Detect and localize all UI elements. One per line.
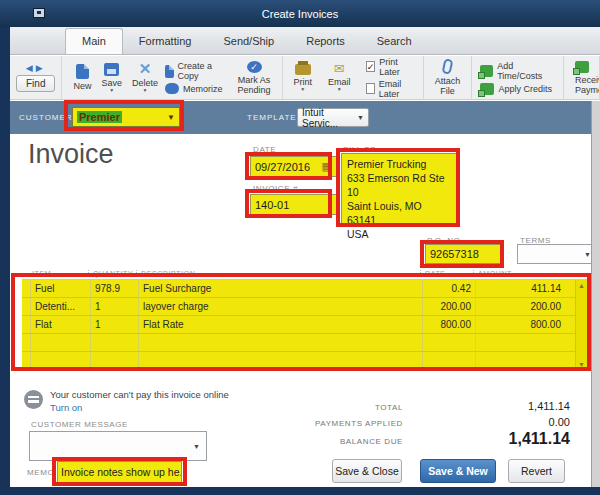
email-later-checkbox[interactable]: Email Later <box>364 78 417 100</box>
calendar-icon[interactable]: ▦ <box>322 160 332 173</box>
mark-as-pending-button[interactable]: ✓ Mark As Pending <box>233 60 276 96</box>
customer-job-dropdown-icon[interactable]: ▼ <box>167 113 175 122</box>
quantity-cell[interactable]: 1 <box>90 298 138 315</box>
po-number-field[interactable]: 92657318 <box>425 244 503 264</box>
terms-dropdown[interactable]: ▼ <box>517 244 596 264</box>
tab-formatting[interactable]: Formatting <box>123 29 208 54</box>
table-row[interactable]: Fuel 978.9 Fuel Surcharge 0.42 411.14 <box>22 280 587 298</box>
customer-job-field[interactable]: Premier ▼ <box>72 107 180 127</box>
table-row-empty[interactable] <box>22 334 587 352</box>
back-arrow-icon[interactable]: ◀ <box>26 63 36 73</box>
table-row[interactable]: Detenti... 1 layover charge 200.00 200.0… <box>22 298 587 316</box>
item-cell[interactable]: Detenti... <box>30 298 90 315</box>
column-header-description[interactable]: DESCRIPTION <box>136 270 420 277</box>
add-time-costs-icon <box>480 65 493 77</box>
balance-due-value: 1,411.14 <box>403 430 570 448</box>
template-dropdown-icon[interactable]: ▼ <box>357 114 364 121</box>
tab-reports[interactable]: Reports <box>290 29 361 54</box>
add-time-costs-button[interactable]: Add Time/Costs <box>478 60 557 82</box>
main-toolbar: ◀▶ Find New Save ▼ ✕ Delete ▼ <box>10 56 600 100</box>
table-row-empty[interactable] <box>22 352 587 370</box>
description-cell[interactable]: Flat Rate <box>138 316 422 333</box>
save-dropdown-icon[interactable]: ▼ <box>109 88 114 93</box>
online-payment-notice: Your customer can't pay this invoice onl… <box>50 389 229 400</box>
customer-job-value: Premier <box>77 111 122 123</box>
print-button[interactable]: Print ▼ <box>289 63 318 93</box>
column-header-item[interactable]: ITEM <box>28 270 88 277</box>
save-and-close-button[interactable]: Save & Close <box>332 459 402 483</box>
email-button[interactable]: ✉ Email ▼ <box>323 62 356 93</box>
amount-cell[interactable]: 800.00 <box>475 316 565 333</box>
template-dropdown[interactable]: Intuit Servic... ▼ <box>297 108 369 127</box>
description-cell[interactable]: Fuel Surcharge <box>138 280 422 297</box>
turn-on-link[interactable]: Turn on <box>50 402 82 413</box>
attach-file-button[interactable]: Attach File <box>430 58 466 97</box>
print-dropdown-icon[interactable]: ▼ <box>300 87 305 92</box>
date-value: 09/27/2016 <box>255 161 310 173</box>
line-items-table: ITEM QUANTITY DESCRIPTION RATE AMOUNT Fu… <box>22 266 587 370</box>
form-vertical-scrollbar[interactable] <box>591 101 600 487</box>
invoice-heading: Invoice <box>28 139 114 170</box>
save-button[interactable]: Save ▼ <box>96 62 127 94</box>
balance-due-row: BALANCE DUE 1,411.14 <box>210 430 570 448</box>
apply-credits-button[interactable]: Apply Credits <box>478 82 557 96</box>
delete-button[interactable]: ✕ Delete ▼ <box>127 61 163 94</box>
new-document-icon <box>76 64 89 79</box>
memo-field[interactable]: Invoice notes show up he... <box>57 461 182 483</box>
item-cell[interactable]: Fuel <box>30 280 90 297</box>
customer-message-dropdown[interactable]: ▼ <box>29 431 207 461</box>
rate-cell[interactable]: 800.00 <box>422 316 475 333</box>
receive-payments-icon <box>575 61 589 73</box>
table-scrollbar[interactable]: ▲ ▼ <box>575 280 587 370</box>
template-value: Intuit Servic... <box>302 107 357 129</box>
email-later-checkbox-box[interactable] <box>366 83 375 94</box>
invoice-number-label: INVOICE # <box>253 184 298 193</box>
memorize-button[interactable]: Memorize <box>163 82 225 95</box>
scroll-up-icon[interactable]: ▲ <box>578 282 585 289</box>
new-button[interactable]: New <box>68 63 96 92</box>
forward-arrow-icon[interactable]: ▶ <box>36 63 46 73</box>
history-arrows[interactable]: ◀▶ <box>26 63 46 73</box>
bill-to-line-1: Premier Trucking <box>347 157 452 171</box>
amount-cell[interactable]: 411.14 <box>475 280 565 297</box>
tab-main[interactable]: Main <box>65 28 123 54</box>
find-button[interactable]: Find <box>16 75 55 92</box>
amount-cell[interactable]: 200.00 <box>475 298 565 315</box>
table-row[interactable]: Flat 1 Flat Rate 800.00 800.00 <box>22 316 587 334</box>
quantity-cell[interactable]: 978.9 <box>90 280 138 297</box>
revert-button[interactable]: Revert <box>508 459 565 483</box>
save-and-new-button[interactable]: Save & New <box>420 459 496 483</box>
tab-send-ship[interactable]: Send/Ship <box>207 29 290 54</box>
receive-payments-button[interactable]: Receive Payments <box>570 60 600 96</box>
copy-document-icon <box>165 65 174 78</box>
column-header-quantity[interactable]: QUANTITY <box>88 270 136 277</box>
tab-search[interactable]: Search <box>361 29 428 54</box>
quantity-cell[interactable]: 1 <box>90 316 138 333</box>
total-label: TOTAL <box>210 403 403 412</box>
scroll-down-icon[interactable]: ▼ <box>578 361 585 368</box>
column-header-rate[interactable]: RATE <box>420 270 473 277</box>
date-field[interactable]: 09/27/2016 ▦ <box>250 156 337 177</box>
bill-to-line-3: Saint Louis, MO 63141 <box>347 199 452 227</box>
email-dropdown-icon[interactable]: ▼ <box>337 87 342 92</box>
invoice-number-field[interactable]: 140-01 <box>250 194 337 215</box>
email-envelope-icon: ✉ <box>334 63 345 75</box>
print-later-checkbox[interactable]: ✓ Print Later <box>364 56 417 78</box>
total-row: TOTAL 1,411.14 <box>210 400 570 412</box>
rate-cell[interactable]: 200.00 <box>422 298 475 315</box>
bill-to-field[interactable]: Premier Trucking 633 Emerson Rd Ste 10 S… <box>341 153 458 224</box>
delete-dropdown-icon[interactable]: ▼ <box>143 88 148 93</box>
item-cell[interactable]: Flat <box>30 316 90 333</box>
terms-dropdown-icon[interactable]: ▼ <box>584 251 591 258</box>
description-cell[interactable]: layover charge <box>138 298 422 315</box>
print-later-checkbox-box[interactable]: ✓ <box>366 61 376 72</box>
column-header-amount[interactable]: AMOUNT <box>473 270 575 277</box>
window-restore-icon[interactable] <box>33 8 45 18</box>
rate-cell[interactable]: 0.42 <box>422 280 475 297</box>
save-disk-icon <box>104 63 119 76</box>
attach-group: Attach File <box>424 56 473 99</box>
ribbon-tabbar: Main Formatting Send/Ship Reports Search <box>10 27 600 55</box>
delete-x-icon: ✕ <box>139 62 152 76</box>
create-copy-button[interactable]: Create a Copy <box>163 60 225 82</box>
customer-message-dropdown-icon[interactable]: ▼ <box>193 443 200 450</box>
